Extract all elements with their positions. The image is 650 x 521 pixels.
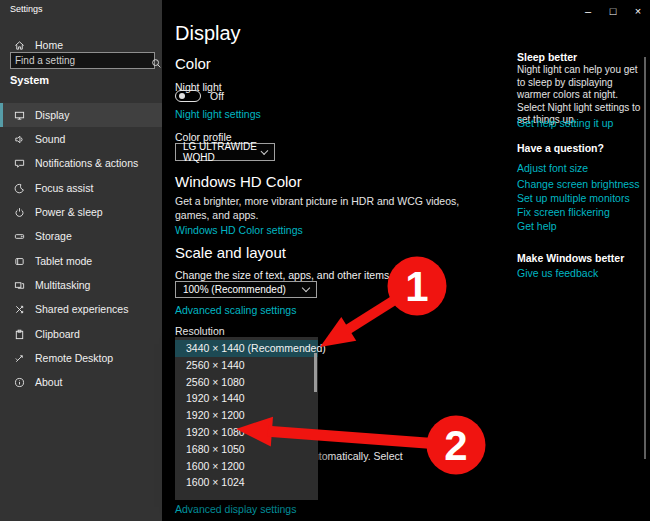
sidebar-item-remote-desktop[interactable]: Remote Desktop (0, 346, 162, 370)
night-light-toggle[interactable] (175, 90, 201, 102)
resolution-option[interactable]: 1920 × 1080 (175, 424, 318, 441)
maximize-button[interactable]: □ (602, 0, 624, 22)
sidebar-item-label: Remote Desktop (35, 352, 113, 364)
resolution-option[interactable]: 1920 × 1440 (175, 390, 318, 407)
display-icon (13, 109, 25, 121)
scale-size-value: 100% (Recommended) (183, 284, 286, 295)
sidebar: Settings Home System Display Sound (0, 0, 162, 521)
sidebar-item-label: About (35, 376, 62, 388)
hd-color-description: Get a brighter, more vibrant picture in … (175, 194, 487, 222)
color-heading: Color (175, 55, 211, 72)
get-help-setting-link[interactable]: Get help setting it up (517, 117, 613, 129)
adjust-font-size-link[interactable]: Adjust font size (517, 162, 588, 174)
resolution-option[interactable]: 3440 × 1440 (Recommended) (175, 340, 318, 357)
settings-window: Settings Home System Display Sound (0, 0, 650, 521)
have-a-question-heading: Have a question? (517, 142, 604, 154)
sidebar-item-shared-experiences[interactable]: Shared experiences (0, 297, 162, 321)
sidebar-item-label: Power & sleep (35, 206, 103, 218)
color-profile-value: LG ULTRAWIDE WQHD (183, 141, 262, 163)
sidebar-item-label: Focus assist (35, 182, 93, 194)
scale-size-label: Change the size of text, apps, and other… (175, 269, 389, 281)
sidebar-item-label: Notifications & actions (35, 157, 138, 169)
get-help-link[interactable]: Get help (517, 220, 557, 232)
notifications-icon (13, 157, 25, 169)
background-text-fragment: utomatically. Select (313, 450, 403, 462)
night-light-settings-link[interactable]: Night light settings (175, 108, 261, 120)
advanced-display-link[interactable]: Advanced display settings (175, 503, 296, 515)
hd-color-heading: Windows HD Color (175, 173, 302, 190)
advanced-scaling-link[interactable]: Advanced scaling settings (175, 304, 296, 316)
close-button[interactable]: × (627, 0, 649, 22)
resolution-option[interactable]: 1680 × 1050 (175, 441, 318, 458)
color-profile-dropdown[interactable]: LG ULTRAWIDE WQHD (175, 143, 275, 161)
sidebar-item-label: Sound (35, 133, 65, 145)
search-input[interactable] (11, 55, 151, 66)
hd-color-settings-link[interactable]: Windows HD Color settings (175, 224, 303, 236)
search-box (10, 52, 155, 69)
sleep-better-heading: Sleep better (517, 51, 577, 63)
resolution-option[interactable]: 2560 × 1080 (175, 374, 318, 391)
sidebar-item-label: Storage (35, 230, 72, 242)
resolution-option[interactable]: 2560 × 1440 (175, 357, 318, 374)
resolution-option[interactable]: 1600 × 1024 (175, 474, 318, 491)
main-content: – □ × Display Color Night light Off Nigh… (162, 0, 650, 521)
shared-experiences-icon (13, 303, 25, 315)
sidebar-section-system: System (10, 74, 49, 86)
sidebar-item-label: Home (35, 39, 63, 51)
night-light-state: Off (210, 90, 224, 102)
resolution-label: Resolution (175, 325, 225, 337)
sidebar-item-display[interactable]: Display (0, 103, 162, 127)
window-title: Settings (10, 4, 43, 14)
clipboard-icon (13, 328, 25, 340)
focus-assist-icon (13, 182, 25, 194)
sidebar-item-power-sleep[interactable]: Power & sleep (0, 200, 162, 224)
home-icon (13, 39, 25, 51)
sidebar-item-label: Multitasking (35, 279, 90, 291)
minimize-button[interactable]: – (577, 0, 599, 22)
scale-size-dropdown[interactable]: 100% (Recommended) (175, 281, 317, 298)
power-icon (13, 206, 25, 218)
remote-desktop-icon (13, 352, 25, 364)
storage-icon (13, 230, 25, 242)
multiple-monitors-link[interactable]: Set up multiple monitors (517, 192, 630, 204)
toggle-knob-icon (179, 93, 185, 99)
sidebar-item-storage[interactable]: Storage (0, 224, 162, 248)
dropdown-scrollbar[interactable] (314, 353, 317, 392)
sound-icon (13, 133, 25, 145)
sidebar-item-label: Clipboard (35, 328, 80, 340)
sidebar-item-sound[interactable]: Sound (0, 127, 162, 151)
sidebar-item-label: Shared experiences (35, 303, 128, 315)
sidebar-item-tablet-mode[interactable]: Tablet mode (0, 249, 162, 273)
resolution-option[interactable]: 1920 × 1200 (175, 407, 318, 424)
about-icon (13, 376, 25, 388)
resolution-dropdown-list: 3440 × 1440 (Recommended) 2560 × 1440 25… (175, 337, 318, 500)
chevron-down-icon (302, 284, 310, 292)
sidebar-item-notifications[interactable]: Notifications & actions (0, 151, 162, 175)
sidebar-item-about[interactable]: About (0, 370, 162, 394)
search-icon[interactable] (151, 55, 162, 67)
sidebar-item-focus-assist[interactable]: Focus assist (0, 176, 162, 200)
scale-layout-heading: Scale and layout (175, 244, 286, 261)
make-windows-better-heading: Make Windows better (517, 252, 624, 264)
fix-flickering-link[interactable]: Fix screen flickering (517, 206, 610, 218)
page-title: Display (175, 22, 241, 45)
sidebar-item-clipboard[interactable]: Clipboard (0, 322, 162, 346)
give-feedback-link[interactable]: Give us feedback (517, 267, 598, 279)
sidebar-item-label: Display (35, 109, 69, 121)
multitasking-icon (13, 279, 25, 291)
resolution-option[interactable]: 1600 × 1200 (175, 458, 318, 475)
sidebar-item-label: Tablet mode (35, 255, 92, 267)
tablet-mode-icon (13, 255, 25, 267)
page-scrollbar[interactable] (644, 57, 646, 459)
sidebar-item-multitasking[interactable]: Multitasking (0, 273, 162, 297)
change-brightness-link[interactable]: Change screen brightness (517, 178, 640, 190)
